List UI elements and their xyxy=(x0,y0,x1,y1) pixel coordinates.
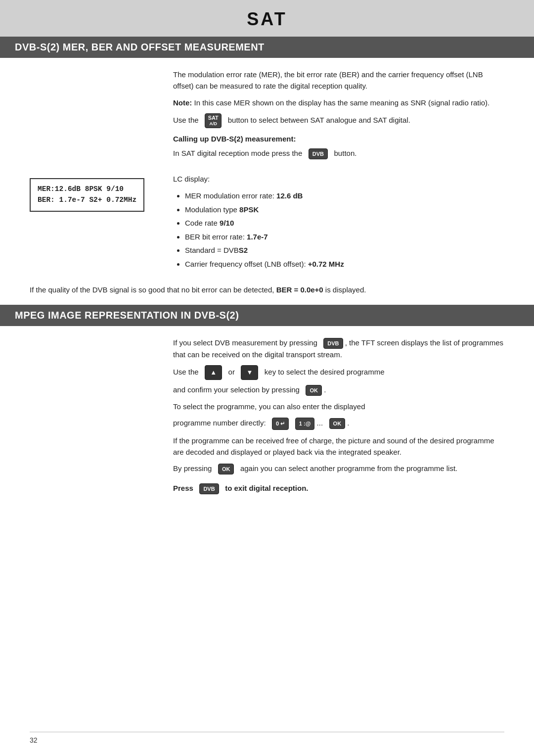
bullet-carrier: Carrier frequency offset (LNB offset): +… xyxy=(185,258,504,271)
sat-ad-top: SAT xyxy=(208,115,219,121)
use-the-para: Use the SAT A/D button to select between… xyxy=(173,113,504,128)
note-para: Note: In this case MER shown on the disp… xyxy=(173,97,504,108)
ok-button1[interactable]: OK xyxy=(306,385,322,396)
dvb-exit-button[interactable]: DVB xyxy=(199,483,219,494)
note-label: Note: xyxy=(173,98,192,107)
bullet-list: MER modulation error rate: 12.6 dB Modul… xyxy=(185,189,504,270)
section1-title: DVB-S(2) MER, BER AND OFFSET MEASUREMENT xyxy=(15,42,519,53)
num0-button[interactable]: 0 ↵ xyxy=(272,418,289,430)
to-select-text: To select the programme, you can also en… xyxy=(173,402,365,411)
num1-button[interactable]: 1 :@ xyxy=(295,418,315,430)
ok-button3[interactable]: OK xyxy=(218,464,234,474)
page-title: SAT xyxy=(0,9,534,30)
section2-para1: If you select DVB measurement by pressin… xyxy=(173,337,504,360)
page-footer: 32 xyxy=(30,732,504,744)
confirm-para: and confirm your selection by pressing O… xyxy=(173,384,504,396)
page-number: 32 xyxy=(30,736,38,744)
bullet-code: Code rate 9/10 xyxy=(185,217,504,230)
by-pressing-para: By pressing OK again you can select anot… xyxy=(173,463,504,474)
page: SAT DVB-S(2) MER, BER AND OFFSET MEASURE… xyxy=(0,0,534,756)
use-arrows-para: Use the ▲ or ▼ key to select the desired… xyxy=(173,365,504,380)
use-the-text2: Use the xyxy=(173,368,199,376)
ok-button2[interactable]: OK xyxy=(329,418,346,429)
ellipsis-text: ... xyxy=(317,419,323,427)
dvb-button-section1[interactable]: DVB xyxy=(309,148,328,159)
to-select-para: To select the programme, you can also en… xyxy=(173,401,504,412)
bullet-mer: MER modulation error rate: 12.6 dB xyxy=(185,189,504,202)
section2-content: If you select DVB measurement by pressin… xyxy=(0,337,534,500)
section2-header: MPEG IMAGE REPRESENTATION IN DVB-S(2) xyxy=(0,305,534,326)
section1-right: The modulation error rate (MER), the bit… xyxy=(173,69,504,164)
by-pressing-text: By pressing xyxy=(173,464,212,472)
ber-eq: BER = 0.0e+0 xyxy=(274,285,323,294)
bullet-standard: Standard = DVBS2 xyxy=(185,244,504,257)
sat-ad-bot: A/D xyxy=(209,121,217,127)
prog-num-para: programme number directly: 0 ↵ 1 :@ ... … xyxy=(173,417,504,430)
if-you-select: If you select DVB measurement by pressin… xyxy=(173,338,317,347)
lcd-display-box: MER:12.6dB 8PSK 9/10 BER: 1.7e-7 S2+ 0.7… xyxy=(30,178,144,212)
lc-display-label: LC display: xyxy=(173,173,504,185)
if-quality-text: If the quality of the DVB signal is so g… xyxy=(30,285,274,294)
or-text: or xyxy=(228,368,235,376)
key-text: key to select the desired programme xyxy=(265,368,385,376)
if-quality-para: If the quality of the DVB signal is so g… xyxy=(30,284,504,295)
in-sat-para: In SAT digital reception mode press the … xyxy=(173,147,504,159)
again-text: again you can select another programme f… xyxy=(240,464,457,472)
sat-header: SAT xyxy=(0,0,534,37)
bullet-mod: Modulation type 8PSK xyxy=(185,203,504,216)
section2-right: If you select DVB measurement by pressin… xyxy=(173,337,504,500)
calling-up-label: Calling up DVB-S(2) measurement: xyxy=(173,133,504,144)
section2-title: MPEG IMAGE REPRESENTATION IN DVB-S(2) xyxy=(15,310,519,321)
dvb-button-section2[interactable]: DVB xyxy=(323,338,343,349)
para1: The modulation error rate (MER), the bit… xyxy=(173,69,504,92)
exit-text: to exit digital reception. xyxy=(225,484,308,492)
section1-content: The modulation error rate (MER), the bit… xyxy=(0,69,534,296)
lcd-line2: BER: 1.7e-7 S2+ 0.72MHz xyxy=(38,195,136,206)
in-sat-text: In SAT digital reception mode press the xyxy=(173,149,302,157)
arrow-up-button[interactable]: ▲ xyxy=(205,365,222,380)
if-programme-para: If the programme can be received free of… xyxy=(173,435,504,458)
prog-num-directly: programme number directly: xyxy=(173,419,266,427)
lcd-box-col: MER:12.6dB 8PSK 9/10 BER: 1.7e-7 S2+ 0.7… xyxy=(30,173,158,212)
if-programme-text: If the programme can be received free of… xyxy=(173,436,494,456)
use-the-rest: button to select between SAT analogue an… xyxy=(228,116,410,124)
sat-ad-button[interactable]: SAT A/D xyxy=(205,113,222,128)
section2-left-spacer xyxy=(30,337,158,500)
note-text: In this case MER shown on the display ha… xyxy=(192,98,490,107)
bullets-col: LC display: MER modulation error rate: 1… xyxy=(173,173,504,275)
lcd-line1: MER:12.6dB 8PSK 9/10 xyxy=(38,184,136,195)
lcd-display-area xyxy=(30,69,158,164)
is-displayed: is displayed. xyxy=(323,285,366,294)
use-the-text: Use the xyxy=(173,116,199,124)
press-label: Press xyxy=(173,484,193,492)
section1-header: DVB-S(2) MER, BER AND OFFSET MEASUREMENT xyxy=(0,37,534,58)
press-dvb-para: Press DVB to exit digital reception. xyxy=(173,482,504,494)
bullet-ber: BER bit error rate: 1.7e-7 xyxy=(185,231,504,243)
arrow-down-button[interactable]: ▼ xyxy=(241,365,258,380)
button-label: button. xyxy=(334,149,357,157)
confirm-text: and confirm your selection by pressing xyxy=(173,385,300,394)
